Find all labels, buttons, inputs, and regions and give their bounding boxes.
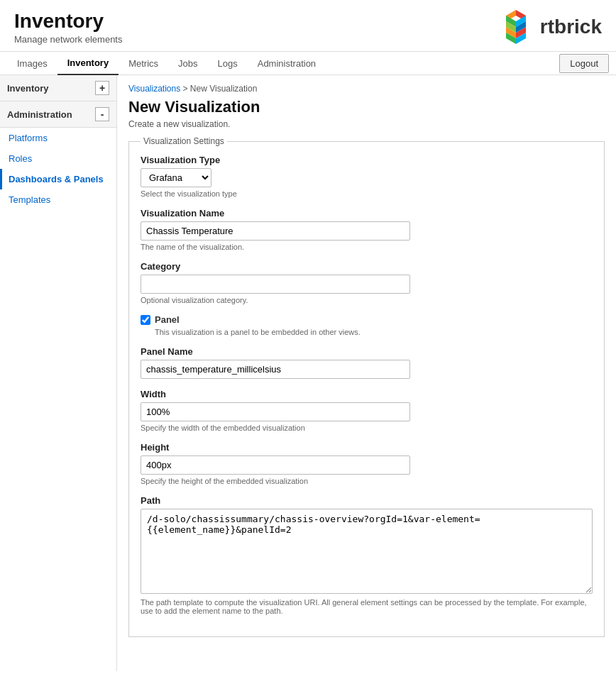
visualization-settings-fieldset: Visualization Settings Visualization Typ… <box>128 136 605 637</box>
sidebar-administration-toggle[interactable]: - <box>95 107 109 121</box>
breadcrumb-parent[interactable]: Visualizations <box>128 84 180 94</box>
panel-checkbox[interactable] <box>141 315 150 325</box>
sidebar-item-roles[interactable]: Roles <box>0 148 116 169</box>
visualization-type-select[interactable]: Grafana <box>141 168 211 187</box>
visualization-name-label: Visualization Name <box>141 208 593 219</box>
breadcrumb-separator: > <box>183 84 188 94</box>
visualization-type-group: Visualization Type Grafana Select the vi… <box>141 155 593 198</box>
width-hint: Specify the width of the embedded visual… <box>141 424 593 432</box>
path-textarea[interactable]: /d-solo/chassissummary/chassis-overview?… <box>141 509 593 594</box>
app-subtitle: Manage network elements <box>14 34 122 45</box>
visualization-type-label: Visualization Type <box>141 155 593 165</box>
panel-name-group: Panel Name <box>141 346 593 379</box>
sidebar-inventory-header[interactable]: Inventory + <box>0 75 116 101</box>
tab-logs[interactable]: Logs <box>208 53 248 74</box>
category-label: Category <box>141 261 593 272</box>
sidebar: Inventory + Administration - Platforms R… <box>0 75 117 671</box>
panel-label: Panel <box>155 314 180 325</box>
panel-group: Panel This visualization is a panel to b… <box>141 314 593 336</box>
logout-button[interactable]: Logout <box>559 54 609 73</box>
sidebar-item-dashboards-panels[interactable]: Dashboards & Panels <box>0 169 116 189</box>
logo: rtbrick <box>497 9 602 45</box>
header-title-block: Inventory Manage network elements <box>14 10 122 45</box>
sidebar-administration-label: Administration <box>7 109 72 120</box>
sidebar-administration-header[interactable]: Administration - <box>0 101 116 128</box>
breadcrumb: Visualizations > New Visualization <box>128 84 605 94</box>
tab-images[interactable]: Images <box>7 53 57 74</box>
page-title: New Visualization <box>128 98 605 116</box>
main-content: Visualizations > New Visualization New V… <box>117 75 616 671</box>
panel-name-label: Panel Name <box>141 346 593 357</box>
panel-hint: This visualization is a panel to be embe… <box>155 328 593 336</box>
category-group: Category Optional visualization category… <box>141 261 593 304</box>
visualization-name-group: Visualization Name The name of the visua… <box>141 208 593 251</box>
panel-checkbox-row: Panel <box>141 314 593 325</box>
path-group: Path /d-solo/chassissummary/chassis-over… <box>141 495 593 615</box>
tab-administration[interactable]: Administration <box>248 53 326 74</box>
height-group: Height Specify the height of the embedde… <box>141 442 593 485</box>
nav-tabs: Images Inventory Metrics Jobs Logs Admin… <box>0 52 616 75</box>
width-group: Width Specify the width of the embedded … <box>141 389 593 432</box>
tab-inventory[interactable]: Inventory <box>57 52 119 75</box>
sidebar-item-platforms[interactable]: Platforms <box>0 128 116 148</box>
breadcrumb-current: New Visualization <box>190 84 258 94</box>
visualization-name-hint: The name of the visualization. <box>141 243 593 251</box>
sidebar-inventory-label: Inventory <box>7 83 49 94</box>
sidebar-item-templates[interactable]: Templates <box>0 189 116 210</box>
page-subtitle: Create a new visualization. <box>128 119 605 129</box>
logo-icon <box>497 9 534 45</box>
category-input[interactable] <box>141 275 410 294</box>
fieldset-legend: Visualization Settings <box>141 136 227 146</box>
height-hint: Specify the height of the embedded visua… <box>141 477 593 485</box>
logo-text: rtbrick <box>540 16 602 38</box>
layout: Inventory + Administration - Platforms R… <box>0 75 616 671</box>
category-hint: Optional visualization category. <box>141 296 593 304</box>
sidebar-inventory-section: Inventory + <box>0 75 116 101</box>
visualization-name-input[interactable] <box>141 221 410 241</box>
width-label: Width <box>141 389 593 399</box>
path-label: Path <box>141 495 593 506</box>
sidebar-administration-section: Administration - Platforms Roles Dashboa… <box>0 101 116 210</box>
tab-metrics[interactable]: Metrics <box>119 53 168 74</box>
panel-name-input[interactable] <box>141 360 410 379</box>
height-label: Height <box>141 442 593 453</box>
height-input[interactable] <box>141 455 410 475</box>
page-header: Inventory Manage network elements rtbric… <box>0 0 616 52</box>
path-hint: The path template to compute the visuali… <box>141 598 593 615</box>
app-title: Inventory <box>14 10 122 33</box>
sidebar-inventory-toggle[interactable]: + <box>95 81 109 95</box>
visualization-type-hint: Select the visualization type <box>141 189 593 198</box>
width-input[interactable] <box>141 402 410 421</box>
tab-jobs[interactable]: Jobs <box>168 53 207 74</box>
